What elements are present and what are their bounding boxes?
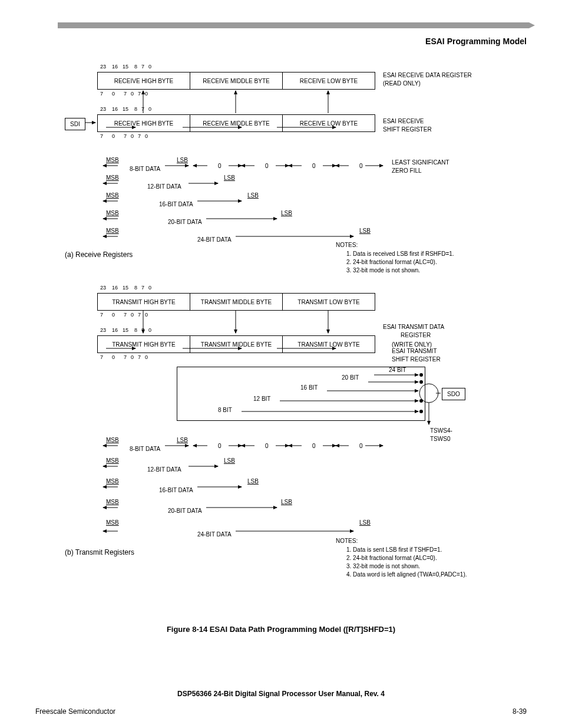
svg-point-39 [419,410,423,413]
figure-diagram: 23 16 15 8 7 0 RECEIVE HIGH BYTE RECEIVE… [65,59,530,625]
section-title: ESAI Programming Model [425,37,527,46]
svg-point-36 [419,373,423,377]
svg-point-38 [419,399,423,403]
arrows-svg [65,59,530,625]
header-bar [58,22,529,28]
footer-left: Freescale Semiconductor [35,707,115,716]
figure-title: Figure 8-14 ESAI Data Path Programming M… [0,625,562,634]
svg-point-37 [419,380,423,384]
page-number: 8-39 [513,707,527,716]
manual-title: DSP56366 24-Bit Digital Signal Processor… [0,690,562,698]
svg-point-40 [419,384,438,403]
